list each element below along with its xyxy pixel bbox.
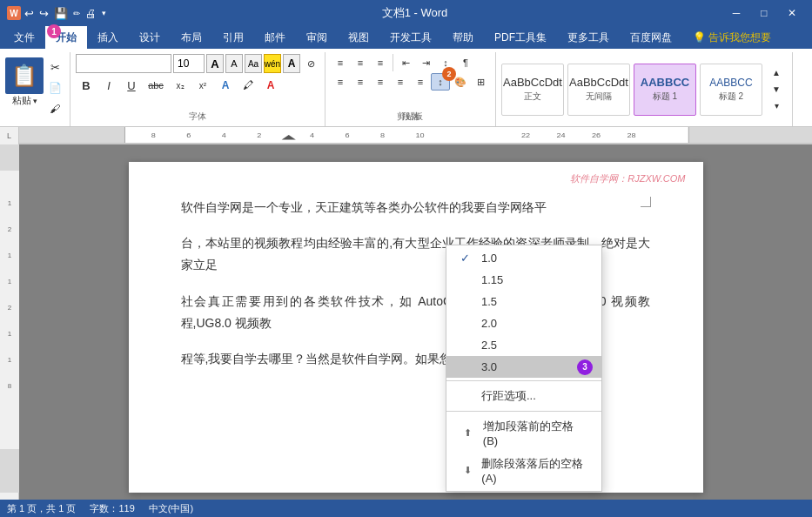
svg-rect-1 (19, 127, 124, 143)
styles-group: AaBbCcDdt 正文 AaBbCcDdt 无间隔 AABBCC 标题 1 A… (496, 52, 793, 126)
font-size-increase-button[interactable]: A (206, 54, 224, 73)
tab-pdf[interactable]: PDF工具集 (484, 26, 557, 49)
menu-separator (446, 380, 601, 381)
redo-button[interactable]: ↪ (39, 7, 49, 20)
watermark: 软件自学网：RJZXW.COM (570, 171, 685, 188)
close-button[interactable]: ✕ (779, 4, 805, 22)
italic-button[interactable]: I (98, 75, 119, 96)
ruler-area: L 8 6 4 2 4 6 8 10 22 24 26 28 (0, 127, 812, 144)
minimize-button[interactable]: ─ (723, 4, 749, 22)
styles-down-button[interactable]: ▼ (766, 82, 787, 97)
numbering-button[interactable]: ≡ (351, 54, 370, 71)
style-no-spacing[interactable]: AaBbCcDdt 无间隔 (567, 64, 630, 116)
status-bar: 第 1 页，共 1 页 字数：119 中文(中国) (0, 500, 812, 517)
more-qa-button[interactable]: ▾ (102, 9, 106, 17)
page-corner-mark (641, 197, 651, 207)
align-center-button[interactable]: ≡ (351, 73, 370, 91)
save-button[interactable]: 💾 (54, 7, 68, 20)
copy-button[interactable]: 📄 (45, 78, 64, 97)
remove-space-after[interactable]: ⬇ 删除段落落后的空格(A) (446, 452, 601, 489)
dist-justify-button[interactable]: ≡ (411, 73, 430, 91)
tab-more-tools[interactable]: 更多工具 (557, 26, 620, 49)
highlight-color-button[interactable]: 🖍 (238, 75, 258, 96)
bold-button[interactable]: B (76, 75, 97, 96)
styles-up-button[interactable]: ▲ (766, 65, 787, 81)
style-heading2[interactable]: AABBCC 标题 2 (700, 64, 762, 116)
font-color-aa[interactable]: A (283, 54, 300, 73)
spacing-3-0[interactable]: 3.0 3 (446, 356, 601, 378)
ruler-corner[interactable]: L (0, 127, 19, 144)
tab-mailings[interactable]: 邮件 (254, 26, 296, 49)
tab-home[interactable]: 开始 1 (45, 26, 87, 49)
font-color-button[interactable]: A (260, 75, 281, 96)
style-normal[interactable]: AaBbCcDdt 正文 (501, 64, 564, 116)
underline-button[interactable]: U (121, 75, 142, 96)
line-spacing-button[interactable]: ↕ 2 (431, 73, 450, 91)
app-icon: W (7, 6, 21, 20)
tab-insert[interactable]: 插入 (87, 26, 129, 49)
tab-view[interactable]: 视图 (338, 26, 379, 49)
strikethrough-button[interactable]: abc (144, 75, 168, 96)
spacing-options[interactable]: 行距选项... (446, 384, 601, 408)
style-h1-preview: AABBCC (641, 76, 689, 89)
spacing-1-0[interactable]: ✓ 1.0 (446, 247, 601, 269)
print-button[interactable]: 🖨 (85, 7, 97, 20)
svg-text:1: 1 (8, 252, 12, 259)
title-bar: W ↩ ↪ 💾 ✏ 🖨 ▾ 文档1 - Word ─ □ ✕ (0, 0, 812, 26)
check-icon: ✓ (460, 252, 474, 265)
customize-button[interactable]: ✏ (73, 9, 80, 18)
paste-button[interactable]: 📋 (5, 57, 44, 94)
tab-review[interactable]: 审阅 (296, 26, 338, 49)
cut-button[interactable]: ✂ (45, 57, 64, 77)
tab-help[interactable]: 帮助 (442, 26, 484, 49)
clear-format-button[interactable]: ⊘ (302, 54, 319, 73)
undo-button[interactable]: ↩ (24, 7, 34, 20)
align-left-button[interactable]: ≡ (331, 73, 350, 91)
increase-indent-button[interactable]: ⇥ (416, 54, 435, 71)
style-h2-label: 标题 2 (719, 91, 743, 103)
decrease-indent-button[interactable]: ⇤ (396, 54, 415, 71)
tab-file[interactable]: 文件 (3, 26, 45, 49)
badge-3: 3 (577, 359, 593, 375)
language: 中文(中国) (149, 502, 193, 515)
svg-text:2: 2 (8, 225, 12, 233)
subscript-button[interactable]: x₂ (170, 75, 191, 96)
style-nospacing-label: 无间隔 (586, 91, 612, 103)
font-row-2: B I U abc x₂ x² A 🖍 A (76, 75, 281, 96)
font-name-input[interactable] (76, 54, 171, 73)
horizontal-ruler: 8 6 4 2 4 6 8 10 22 24 26 28 (19, 127, 812, 144)
spacing-2-5[interactable]: 2.5 (446, 334, 601, 356)
window-title: 文档1 - Word (382, 5, 448, 21)
tab-references[interactable]: 引用 (212, 26, 254, 49)
align-right-button[interactable]: ≡ (371, 73, 390, 91)
highlight-button[interactable]: wén (264, 54, 281, 73)
spacing-1-15[interactable]: 1.15 (446, 269, 601, 291)
svg-text:1: 1 (8, 330, 12, 338)
justify-button[interactable]: ≡ (391, 73, 410, 91)
borders-button[interactable]: ⊞ (471, 73, 490, 91)
superscript-button[interactable]: x² (192, 75, 213, 96)
doc-paragraph-1[interactable]: 软件自学网是一个专业，天正建筑等各类办公软件的我要自学网络平 (181, 197, 651, 218)
style-heading1[interactable]: AABBCC 标题 1 (634, 64, 696, 116)
bullets-button[interactable]: ≡ (331, 54, 350, 71)
clipboard-group: 📋 粘贴 ▾ ✂ 📄 🖌 剪贴板 (0, 52, 70, 126)
multilevel-button[interactable]: ≡ (371, 54, 390, 71)
font-case-button[interactable]: Aa (245, 54, 262, 73)
font-size-decrease-button[interactable]: A (225, 54, 243, 73)
tab-layout[interactable]: 布局 (171, 26, 212, 49)
tab-design[interactable]: 设计 (129, 26, 171, 49)
text-effect-button[interactable]: A (215, 75, 236, 96)
svg-text:6: 6 (346, 131, 350, 138)
add-space-before[interactable]: ⬆ 增加段落前的空格(B) (446, 414, 601, 452)
tab-tell-me[interactable]: 💡 告诉我您想要 (682, 26, 782, 49)
spacing-2-0[interactable]: 2.0 (446, 312, 601, 334)
maximize-button[interactable]: □ (751, 4, 777, 22)
tab-developer[interactable]: 开发工具 (379, 26, 442, 49)
svg-text:1: 1 (8, 199, 12, 207)
font-size-input[interactable]: 10 (173, 54, 205, 73)
tab-baidu[interactable]: 百度网盘 (620, 26, 682, 49)
badge-1: 1 (47, 24, 61, 38)
show-marks-button[interactable]: ¶ (456, 54, 475, 71)
spacing-1-5[interactable]: 1.5 (446, 291, 601, 312)
paste-dropdown[interactable]: 粘贴 ▾ (12, 94, 37, 107)
